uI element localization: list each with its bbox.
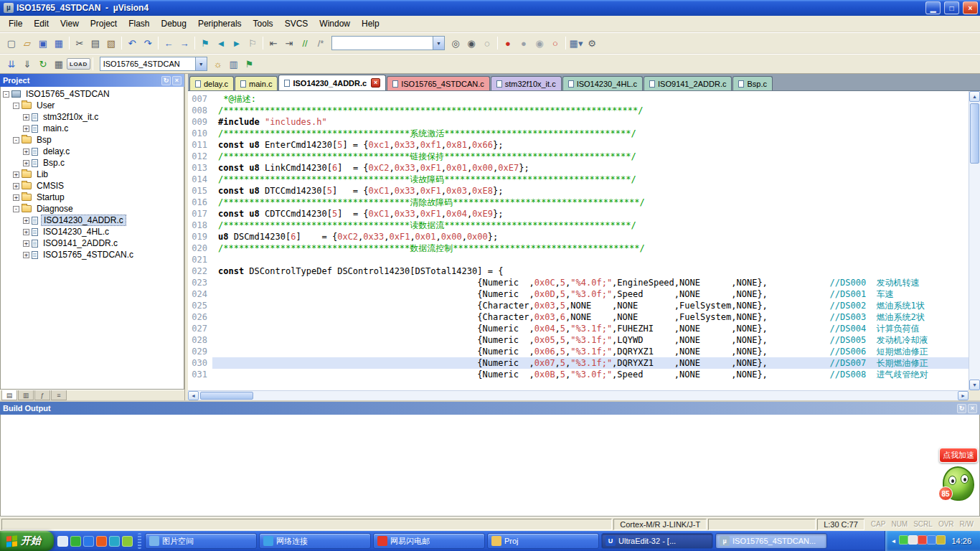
build-target-icon[interactable]: ⇓ [19,57,35,71]
menu-window[interactable]: Window [314,17,356,31]
code-editor[interactable]: 007 *@描述:008/***************************… [188,91,969,390]
translate-file-icon[interactable]: ⇊ [4,57,19,71]
nav-back-icon[interactable]: ← [161,36,176,50]
open-folder-icon[interactable]: ▱ [19,36,35,50]
bookmark-toggle-icon[interactable]: ⚑ [197,36,213,50]
close-icon[interactable]: × [172,76,182,85]
expand-icon[interactable]: + [13,183,19,189]
tree-item[interactable]: -ISO15765_4STDCAN [1,88,184,100]
find-icon[interactable]: ◉ [463,36,479,50]
expand-icon[interactable]: + [23,126,29,132]
tray-icon[interactable] [918,535,927,545]
tree-item-label[interactable]: ISO15765_4STDCAN.c [41,250,136,260]
tree-item-label[interactable]: Startup [34,192,67,202]
tray-collapse-icon[interactable]: ◄ [891,538,897,545]
comment-icon[interactable]: // [297,36,313,50]
expand-icon[interactable]: + [13,171,19,178]
quick-launch-icon[interactable] [122,536,133,547]
tree-item[interactable]: +Bsp.c [1,157,184,169]
taskbar-task[interactable]: 网络连接 [259,533,371,549]
horizontal-scrollbar[interactable]: ◄ ► [188,390,969,400]
collapse-icon[interactable]: - [13,137,19,143]
chevron-down-icon[interactable]: ▼ [433,37,444,50]
tray-icon[interactable] [936,535,946,545]
expand-icon[interactable]: + [23,217,29,224]
tray-icon[interactable] [899,535,908,545]
editor-tab[interactable]: ISO14230_4ADDR.c× [278,75,386,90]
build-output-content[interactable] [0,415,980,517]
editor-tab[interactable]: delay.c [189,76,234,90]
new-file-icon[interactable]: ▢ [4,36,19,50]
tree-item[interactable]: +ISO15765_4STDCAN.c [1,249,184,260]
tree-item[interactable]: +ISO9141_2ADDR.c [1,237,184,249]
pin-icon[interactable]: ↻ [957,404,966,413]
tray-icon[interactable] [908,535,918,545]
close-icon[interactable]: × [968,404,977,413]
breakpoint-kill-icon[interactable]: ○ [547,36,563,50]
menu-svcs[interactable]: SVCS [279,17,314,31]
tree-item-label[interactable]: Diagnose [34,204,75,214]
tree-item-label[interactable]: ISO14230_4ADDR.c [41,215,126,226]
taskbar-task[interactable]: 图片空间 [145,533,257,549]
tree-item[interactable]: -Bsp [1,134,184,146]
menu-file[interactable]: File [3,17,28,31]
expand-icon[interactable]: + [23,160,29,166]
tree-item[interactable]: +ISO14230_4HL.c [1,226,184,237]
bookmark-next-icon[interactable]: ► [229,36,245,50]
quick-launch-icon[interactable] [96,536,107,547]
editor-tab[interactable]: ISO9141_2ADDR.c [644,76,732,90]
close-tab-icon[interactable]: × [371,78,380,88]
menu-peripherals[interactable]: Peripherals [192,17,248,31]
target-combobox[interactable]: ISO15765_4STDCAN ▼ [100,57,207,71]
tree-item-label[interactable]: User [34,100,57,110]
bookmark-prev-icon[interactable]: ◄ [213,36,229,50]
undo-icon[interactable]: ↶ [124,36,140,50]
save-all-icon[interactable]: ▦ [51,36,67,50]
quick-launch-icon[interactable] [57,536,68,547]
taskbar-task[interactable]: 网易闪电邮 [373,533,485,549]
tree-item-label[interactable]: Bsp.c [41,158,67,168]
find-in-files-icon[interactable]: ◎ [448,36,463,50]
debug-run-icon[interactable]: ● [500,36,516,50]
tree-item-label[interactable]: delay.c [41,146,72,156]
maximize-button[interactable]: □ [944,1,959,14]
expand-icon[interactable]: + [23,114,29,121]
vertical-scrollbar[interactable]: ▲ ▼ [969,91,980,390]
tree-item-label[interactable]: CMSIS [34,181,66,191]
tree-item-label[interactable]: ISO14230_4HL.c [41,227,111,237]
scrollbar-thumb[interactable] [200,392,253,400]
collapse-icon[interactable]: - [13,206,19,212]
tree-item[interactable]: +Startup [1,192,184,203]
download-flash-icon[interactable]: LOAD [67,58,90,70]
scrollbar-thumb[interactable] [970,103,979,164]
copy-icon[interactable]: ▤ [88,36,103,50]
panel-tab-project[interactable]: ▤ [1,390,17,400]
outdent-icon[interactable]: ⇤ [265,36,281,50]
expand-icon[interactable]: + [23,252,29,258]
collapse-icon[interactable]: - [13,103,19,109]
panel-tab-templates[interactable]: ≡ [51,390,67,400]
tree-item[interactable]: +CMSIS [1,180,184,192]
taskbar-task[interactable]: µISO15765_4STDCAN... [715,533,827,549]
close-button[interactable]: × [963,1,978,14]
expand-icon[interactable]: + [13,194,19,201]
uncomment-icon[interactable]: /* [313,36,329,50]
scroll-right-icon[interactable]: ► [958,391,969,400]
bookmark-clear-icon[interactable]: ⚐ [245,36,260,50]
scroll-up-icon[interactable]: ▲ [969,91,980,102]
quick-launch-icon[interactable] [83,536,94,547]
expand-icon[interactable]: + [23,240,29,247]
menu-flash[interactable]: Flash [123,17,155,31]
editor-tab[interactable]: main.c [235,76,278,90]
panel-tab-functions[interactable]: ƒ [34,390,50,400]
breakpoint-toggle-icon[interactable]: ◉ [532,36,547,50]
editor-tab[interactable]: ISO14230_4HL.c [562,76,643,90]
configure-icon[interactable]: ⚙ [584,36,600,50]
booster-badge[interactable]: 点我加速 [939,448,978,463]
batch-build-icon[interactable]: ▦ [51,57,67,71]
tree-item[interactable]: +Lib [1,169,184,180]
tree-item[interactable]: +delay.c [1,146,184,157]
tray-icon[interactable] [927,535,936,545]
manage-items-icon[interactable]: ▥ [226,57,242,71]
paste-icon[interactable]: ▧ [103,36,119,50]
